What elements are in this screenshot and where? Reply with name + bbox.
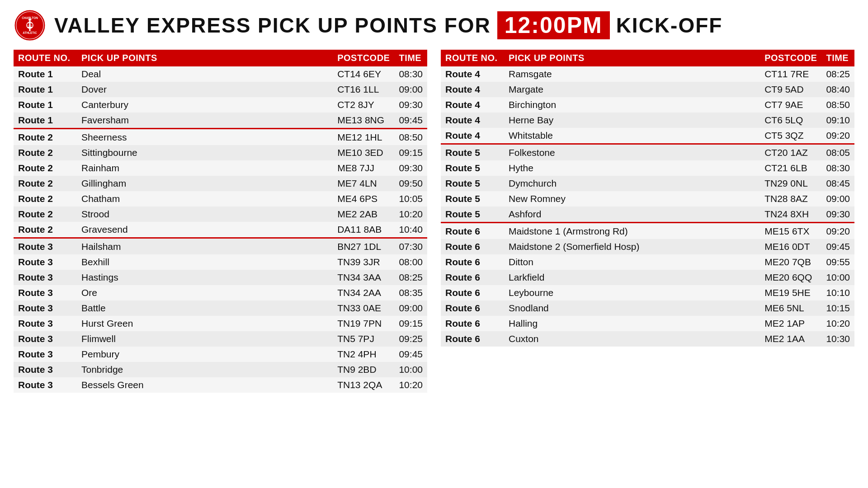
cell-route: Route 3 [14, 270, 77, 285]
cell-postcode: TN28 8AZ [760, 191, 821, 206]
cell-route: Route 3 [14, 377, 77, 393]
cell-postcode: ME8 7JJ [333, 160, 394, 176]
table-row: Route 3 Flimwell TN5 7PJ 09:25 [14, 331, 427, 347]
table-row: Route 6 Larkfield ME20 6QQ 10:00 [441, 270, 854, 285]
cell-time: 10:40 [394, 222, 427, 238]
cell-pickup: Larkfield [504, 270, 760, 285]
cell-postcode: TN33 0AE [333, 300, 394, 316]
cell-postcode: CT11 7RE [760, 66, 821, 82]
cell-postcode: ME13 8NG [333, 113, 394, 129]
cell-postcode: ME7 4LN [333, 176, 394, 191]
table-row: Route 6 Snodland ME6 5NL 10:15 [441, 300, 854, 316]
cell-route: Route 3 [14, 285, 77, 300]
table-row: Route 5 Folkestone CT20 1AZ 08:05 [441, 144, 854, 161]
cell-pickup: Gillingham [77, 176, 333, 191]
left-table-header: ROUTE NO. PICK UP POINTS POSTCODE TIME [14, 50, 427, 66]
cell-pickup: Ramsgate [504, 66, 760, 82]
cell-time: 08:30 [821, 160, 854, 176]
cell-postcode: ME12 1HL [333, 129, 394, 145]
right-table-body: Route 4 Ramsgate CT11 7RE 08:25 Route 4 … [441, 66, 854, 347]
cell-postcode: TN34 3AA [333, 270, 394, 285]
cell-route: Route 3 [14, 331, 77, 347]
table-row: Route 6 Maidstone 2 (Somerfield Hosp) ME… [441, 239, 854, 254]
table-row: Route 2 Gravesend DA11 8AB 10:40 [14, 222, 427, 238]
cell-pickup: Hailsham [77, 238, 333, 255]
cell-postcode: ME20 6QQ [760, 270, 821, 285]
cell-pickup: Maidstone 1 (Armstrong Rd) [504, 223, 760, 239]
cell-pickup: Bexhill [77, 254, 333, 270]
left-col-pickup: PICK UP POINTS [77, 50, 333, 66]
cell-postcode: ME10 3ED [333, 145, 394, 160]
table-row: Route 1 Canterbury CT2 8JY 09:30 [14, 97, 427, 113]
cell-pickup: Halling [504, 316, 760, 331]
cell-time: 10:15 [821, 300, 854, 316]
right-col-pickup: PICK UP POINTS [504, 50, 760, 66]
tables-wrapper: ROUTE NO. PICK UP POINTS POSTCODE TIME R… [14, 50, 854, 393]
table-row: Route 5 Dymchurch TN29 0NL 08:45 [441, 176, 854, 191]
cell-route: Route 1 [14, 97, 77, 113]
cell-pickup: Bessels Green [77, 377, 333, 393]
table-row: Route 6 Cuxton ME2 1AA 10:30 [441, 331, 854, 347]
table-row: Route 3 Hastings TN34 3AA 08:25 [14, 270, 427, 285]
cell-time: 10:20 [394, 206, 427, 222]
cell-route: Route 4 [441, 113, 504, 128]
cell-time: 09:15 [394, 145, 427, 160]
table-row: Route 1 Deal CT14 6EY 08:30 [14, 66, 427, 82]
cell-postcode: CT5 3QZ [760, 128, 821, 144]
table-row: Route 6 Leybourne ME19 5HE 10:10 [441, 285, 854, 300]
cell-pickup: Hastings [77, 270, 333, 285]
cell-postcode: TN19 7PN [333, 316, 394, 331]
table-row: Route 2 Strood ME2 2AB 10:20 [14, 206, 427, 222]
table-row: Route 2 Rainham ME8 7JJ 09:30 [14, 160, 427, 176]
table-row: Route 4 Margate CT9 5AD 08:40 [441, 82, 854, 97]
title-prefix: VALLEY EXPRESS PICK UP POINTS FOR [54, 13, 491, 38]
cell-time: 08:50 [821, 97, 854, 113]
cell-time: 09:45 [394, 113, 427, 129]
cell-time: 09:45 [394, 347, 427, 362]
cell-route: Route 6 [441, 300, 504, 316]
cell-time: 08:00 [394, 254, 427, 270]
cell-postcode: CT21 6LB [760, 160, 821, 176]
charlton-logo: CHARLTON ATHLETIC [14, 9, 46, 42]
cell-postcode: CT9 5AD [760, 82, 821, 97]
cell-route: Route 6 [441, 316, 504, 331]
cell-postcode: ME19 5HE [760, 285, 821, 300]
cell-time: 08:30 [394, 66, 427, 82]
cell-pickup: Dover [77, 82, 333, 97]
cell-time: 09:20 [821, 128, 854, 144]
cell-pickup: Strood [77, 206, 333, 222]
cell-pickup: Battle [77, 300, 333, 316]
cell-time: 09:55 [821, 254, 854, 270]
table-row: Route 3 Ore TN34 2AA 08:35 [14, 285, 427, 300]
left-table: ROUTE NO. PICK UP POINTS POSTCODE TIME R… [14, 50, 427, 393]
cell-route: Route 5 [441, 144, 504, 161]
table-row: Route 3 Battle TN33 0AE 09:00 [14, 300, 427, 316]
table-row: Route 4 Ramsgate CT11 7RE 08:25 [441, 66, 854, 82]
right-table: ROUTE NO. PICK UP POINTS POSTCODE TIME R… [441, 50, 854, 347]
cell-time: 08:25 [821, 66, 854, 82]
left-table-section: ROUTE NO. PICK UP POINTS POSTCODE TIME R… [14, 50, 427, 393]
cell-route: Route 5 [441, 206, 504, 223]
cell-pickup: Hythe [504, 160, 760, 176]
cell-pickup: Ashford [504, 206, 760, 223]
cell-time: 10:10 [821, 285, 854, 300]
cell-pickup: Gravesend [77, 222, 333, 238]
cell-time: 09:25 [394, 331, 427, 347]
cell-pickup: Hurst Green [77, 316, 333, 331]
cell-route: Route 6 [441, 270, 504, 285]
cell-time: 09:00 [394, 82, 427, 97]
cell-pickup: Birchington [504, 97, 760, 113]
page-header: CHARLTON ATHLETIC VALLEY EXPRESS PICK UP… [14, 9, 854, 42]
table-row: Route 6 Halling ME2 1AP 10:20 [441, 316, 854, 331]
cell-time: 09:10 [821, 113, 854, 128]
title-suffix: KICK-OFF [616, 13, 723, 38]
table-row: Route 3 Pembury TN2 4PH 09:45 [14, 347, 427, 362]
cell-postcode: CT20 1AZ [760, 144, 821, 161]
cell-pickup: Cuxton [504, 331, 760, 347]
table-row: Route 3 Hurst Green TN19 7PN 09:15 [14, 316, 427, 331]
cell-postcode: TN34 2AA [333, 285, 394, 300]
table-row: Route 2 Gillingham ME7 4LN 09:50 [14, 176, 427, 191]
cell-route: Route 4 [441, 82, 504, 97]
header-title: VALLEY EXPRESS PICK UP POINTS FOR 12:00P… [54, 11, 722, 39]
cell-time: 09:00 [821, 191, 854, 206]
